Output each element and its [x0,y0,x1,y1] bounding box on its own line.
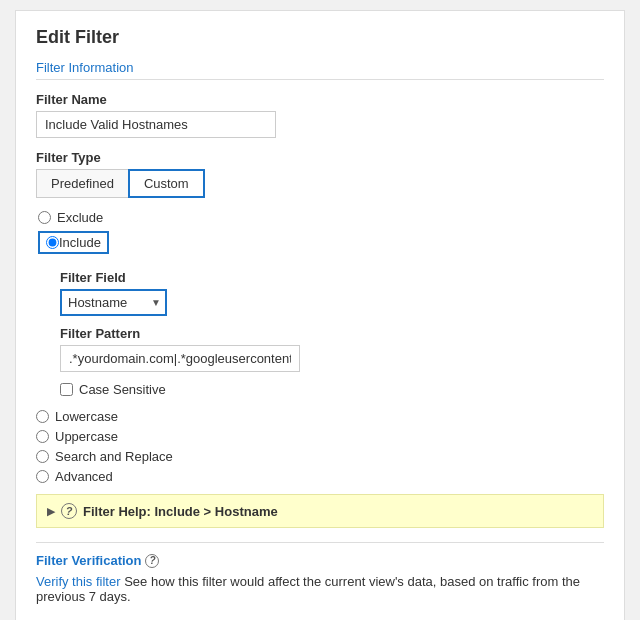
dropdown-arrow-icon: ▼ [147,297,165,308]
filter-verification-section: Filter Verification ? Verify this filter… [36,542,604,604]
uppercase-radio[interactable] [36,430,49,443]
advanced-row: Advanced [36,469,604,484]
advanced-radio[interactable] [36,470,49,483]
filter-name-group: Filter Name [36,92,604,138]
uppercase-label: Uppercase [55,429,118,444]
filter-name-input[interactable] [36,111,276,138]
filter-type-label: Filter Type [36,150,604,165]
hostname-select[interactable]: Hostname IP Address User Agent Request U… [62,291,147,314]
custom-button[interactable]: Custom [128,169,205,198]
advanced-label: Advanced [55,469,113,484]
case-sensitive-checkbox[interactable] [60,383,73,396]
filter-info-section-title: Filter Information [36,60,604,80]
case-sensitive-row: Case Sensitive [60,382,604,397]
case-sensitive-label: Case Sensitive [79,382,166,397]
filter-name-label: Filter Name [36,92,604,107]
lowercase-row: Lowercase [36,409,604,424]
filter-verification-label: Filter Verification [36,553,141,568]
predefined-button[interactable]: Predefined [36,169,128,198]
filter-options-group: Lowercase Uppercase Search and Replace A… [36,409,604,484]
include-radio-row: Include [38,231,604,262]
search-replace-label: Search and Replace [55,449,173,464]
verification-help-icon: ? [145,554,159,568]
verify-filter-link[interactable]: Verify this filter [36,574,121,589]
exclude-radio-row: Exclude [38,210,604,225]
hostname-dropdown-wrapper: Hostname IP Address User Agent Request U… [60,289,167,316]
search-replace-row: Search and Replace [36,449,604,464]
filter-type-buttons: Predefined Custom [36,169,604,198]
filter-field-section: Filter Field Hostname IP Address User Ag… [60,270,604,316]
filter-verification-title: Filter Verification ? [36,553,604,568]
exclude-label: Exclude [57,210,103,225]
filter-field-label: Filter Field [60,270,604,285]
include-label: Include [59,235,101,250]
help-question-icon: ? [61,503,77,519]
include-radio-input[interactable] [46,236,59,249]
verification-description-row: Verify this filter See how this filter w… [36,574,604,604]
filter-help-bar: ▶ ? Filter Help: Include > Hostname [36,494,604,528]
edit-filter-card: Edit Filter Filter Information Filter Na… [15,10,625,620]
filter-pattern-section: Filter Pattern [60,326,604,372]
uppercase-row: Uppercase [36,429,604,444]
lowercase-label: Lowercase [55,409,118,424]
filter-type-group: Filter Type Predefined Custom [36,150,604,198]
filter-pattern-label: Filter Pattern [60,326,604,341]
page-title: Edit Filter [36,27,604,48]
filter-help-text: Filter Help: Include > Hostname [83,504,278,519]
search-replace-radio[interactable] [36,450,49,463]
exclude-radio-input[interactable] [38,211,51,224]
filter-pattern-input[interactable] [60,345,300,372]
include-selected-wrapper: Include [38,231,109,254]
lowercase-radio[interactable] [36,410,49,423]
filter-help-expand-icon[interactable]: ▶ [47,505,55,518]
